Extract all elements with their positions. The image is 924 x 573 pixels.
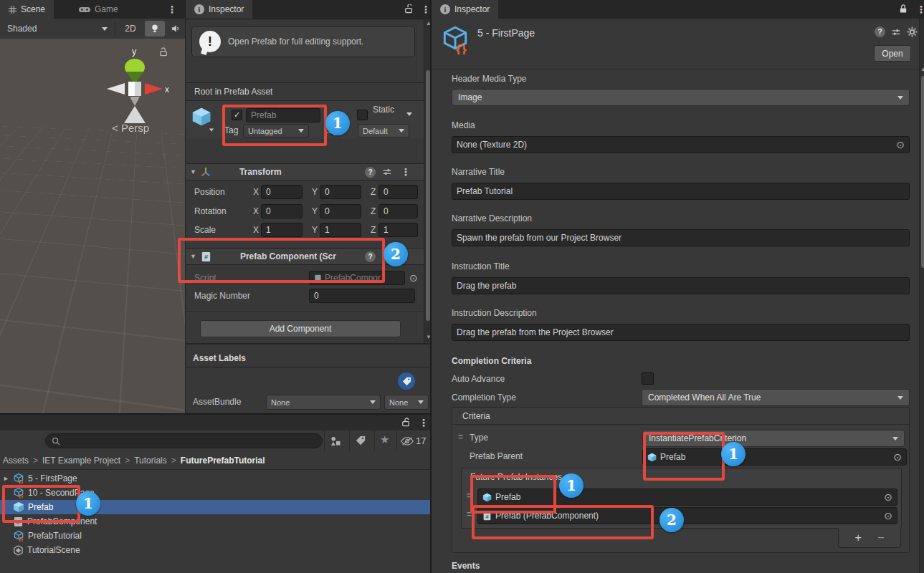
toggle-2d-button[interactable]: 2D — [119, 21, 142, 36]
transform-header[interactable]: ▼ Transform ? ⋮ — [186, 163, 430, 180]
project-toolbar: ★ 17 — [0, 430, 430, 452]
instruction-description-label: Instruction Description — [452, 308, 537, 318]
right-inspector-scrollbar[interactable]: ▲ — [919, 19, 924, 573]
list-item-tutorialscene[interactable]: TutorialScene — [0, 543, 430, 557]
auto-advance-checkbox[interactable] — [642, 372, 654, 385]
annotation-box-future-instance-2 — [472, 505, 654, 539]
narrative-title-field[interactable]: Prefab Tutorial — [452, 183, 910, 200]
instruction-title-field[interactable]: Drag the prefab — [452, 277, 910, 294]
breadcrumb-tutorials[interactable]: Tutorials — [134, 456, 167, 466]
audio-toggle-button[interactable] — [168, 21, 184, 37]
breadcrumb-iet-example-project[interactable]: IET Example Project — [42, 456, 120, 466]
root-prefab-header: Root in Prefab Asset — [186, 82, 430, 101]
scale-y-field[interactable]: 1 — [320, 223, 361, 237]
svg-text:{}: {} — [19, 536, 23, 541]
annotation-badge-3: 1 — [76, 491, 100, 516]
transform-icon — [201, 167, 211, 177]
transform-menu-icon[interactable]: ⋮ — [401, 167, 411, 177]
scene-viewport[interactable]: y x < Persp — [0, 39, 185, 413]
list-item-prefabtutorial[interactable]: {} PrefabTutorial — [0, 529, 430, 543]
axis-z-label: Z — [371, 206, 376, 216]
search-by-type-button[interactable] — [330, 435, 341, 446]
hidden-items-button[interactable]: 17 — [400, 435, 426, 446]
right-inspector-menu-icon[interactable]: ⋮ — [916, 4, 924, 14]
header-media-type-dropdown[interactable]: Image — [452, 89, 910, 106]
assetbundle-dropdown[interactable]: None — [266, 395, 381, 410]
add-item-button[interactable]: + — [854, 531, 861, 544]
left-inspector-tab-label: Inspector — [209, 4, 244, 14]
unlock-icon[interactable] — [404, 4, 413, 14]
foldout-closed-icon[interactable]: ► — [3, 475, 9, 482]
media-object-field[interactable]: None (Texture 2D)⊙ — [452, 136, 910, 153]
object-picker-icon[interactable]: ⊙ — [893, 452, 902, 462]
lock-icon[interactable] — [899, 4, 908, 14]
scale-z-field[interactable]: 1 — [378, 223, 418, 237]
position-x-field[interactable]: 0 — [261, 185, 303, 199]
static-checkbox[interactable] — [357, 110, 368, 120]
object-picker-icon[interactable]: ⊙ — [884, 511, 892, 521]
chevron-down-icon — [897, 96, 903, 100]
instruction-description-field[interactable]: Drag the prefab from the Project Browser — [452, 324, 910, 341]
completion-type-dropdown[interactable]: Completed When All Are True — [642, 389, 910, 406]
open-button[interactable]: Open — [874, 45, 911, 62]
orientation-gizmo[interactable]: y x — [99, 44, 171, 125]
scale-x-field[interactable]: 1 — [261, 223, 303, 237]
breadcrumb: Assets > IET Example Project > Tutorials… — [0, 451, 430, 470]
icon-dropdown-arrow[interactable] — [209, 129, 214, 132]
tab-game[interactable]: Game — [70, 0, 127, 19]
annotation-box-prefab-component — [178, 238, 385, 283]
project-menu-icon[interactable]: ⋮ — [419, 418, 429, 428]
rotation-z-field[interactable]: 0 — [378, 204, 418, 218]
help-icon[interactable]: ? — [875, 27, 885, 37]
favorites-button[interactable]: ★ — [380, 433, 389, 446]
persp-label[interactable]: < Persp — [112, 122, 149, 134]
magic-number-field[interactable]: 0 — [309, 289, 415, 303]
assetbundle-label: AssetBundle — [193, 397, 241, 407]
assetbundle-variant-dropdown[interactable]: None — [384, 395, 429, 410]
prefab-cube-icon[interactable] — [191, 107, 211, 127]
annotation-badge-5: 1 — [559, 473, 584, 498]
hidden-count: 17 — [416, 435, 426, 446]
layer-dropdown[interactable]: Default — [358, 124, 409, 138]
list-footer: + − — [838, 528, 901, 548]
annotation-badge-1: 1 — [325, 111, 350, 135]
presets-icon[interactable] — [382, 167, 392, 177]
search-input[interactable] — [45, 433, 323, 448]
gear-icon[interactable] — [907, 27, 918, 37]
completion-criteria-header: Completion Criteria — [452, 356, 531, 366]
asset-labels-title: Asset Labels — [193, 353, 246, 363]
narrative-description-field[interactable]: Spawn the prefab from our Project Browse… — [452, 229, 910, 246]
object-picker-icon[interactable]: ⊙ — [884, 492, 892, 502]
tab-inspector-left[interactable]: i Inspector — [186, 0, 252, 19]
position-y-field[interactable]: 0 — [320, 185, 361, 199]
annotation-badge-2: 2 — [384, 242, 408, 266]
remove-item-button[interactable]: − — [877, 531, 884, 544]
foldout-open-icon[interactable]: ▼ — [190, 168, 196, 175]
object-picker-icon[interactable]: ⊙ — [896, 140, 905, 150]
breadcrumb-assets[interactable]: Assets — [3, 456, 29, 466]
label-button[interactable] — [398, 372, 415, 390]
add-component-button[interactable]: Add Component — [200, 320, 401, 337]
presets-icon[interactable] — [891, 27, 901, 37]
scene-menu-icon[interactable]: ⋮ — [167, 4, 177, 14]
breadcrumb-futureprefabtutorial[interactable]: FuturePrefabTutorial — [181, 456, 265, 466]
static-dropdown-arrow[interactable] — [406, 112, 412, 116]
position-z-field[interactable]: 0 — [378, 185, 418, 199]
tag-icon — [356, 435, 366, 446]
object-picker-icon[interactable]: ⊙ — [409, 273, 418, 283]
header-media-type-label: Header Media Type — [452, 74, 527, 84]
search-by-label-button[interactable] — [356, 435, 366, 446]
left-inspector-menu-icon[interactable]: ⋮ — [421, 4, 431, 14]
rotation-x-field[interactable]: 0 — [261, 204, 303, 218]
tab-scene[interactable]: Scene — [0, 0, 54, 19]
tab-inspector-right[interactable]: i Inspector — [432, 0, 498, 19]
unlock-icon[interactable] — [401, 418, 410, 427]
shading-dropdown[interactable]: Shaded — [3, 21, 112, 36]
drag-handle[interactable]: = — [458, 432, 463, 442]
annotation-badge-6: 2 — [659, 508, 684, 532]
list-item-firstpage[interactable]: ► {} 5 - FirstPage — [0, 471, 430, 486]
scene-panel: Scene Game ⋮ Shaded 2D — [0, 0, 185, 413]
help-icon[interactable]: ? — [365, 167, 376, 178]
rotation-y-field[interactable]: 0 — [320, 204, 361, 218]
lighting-toggle-button[interactable] — [145, 21, 165, 37]
